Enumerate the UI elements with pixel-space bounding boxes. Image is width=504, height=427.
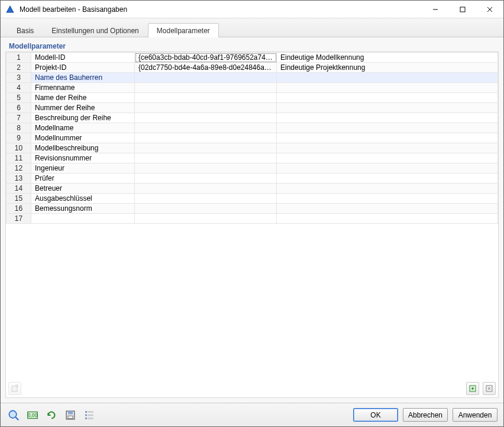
tab-einstellungen[interactable]: Einstellungen und Optionen [43,23,147,37]
table-row[interactable]: 16Bemessungsnorm [7,204,498,214]
close-button[interactable] [476,1,503,18]
param-key[interactable]: Name der Reihe [31,93,135,103]
export-button[interactable] [483,382,496,395]
row-number: 12 [7,163,31,174]
apply-button[interactable]: Anwenden [453,408,497,422]
table-row[interactable]: 1Modell-ID{ce60a3cb-bdab-40cd-9af1-97696… [7,53,498,63]
param-desc[interactable] [277,163,498,174]
param-value[interactable]: {02dc7750-bd4e-4a6a-89e8-d0e24846a130} [135,63,277,73]
param-key[interactable]: Revisionsnummer [31,153,135,163]
table-row[interactable]: 11Revisionsnummer [7,153,498,163]
table-row[interactable]: 10Modellbeschreibung [7,143,498,153]
param-value[interactable] [135,93,277,103]
svg-rect-14 [85,411,87,413]
table-row[interactable]: 17 [7,214,498,224]
add-row-button[interactable] [8,382,21,395]
param-desc[interactable] [277,143,498,153]
param-value[interactable] [135,184,277,194]
refresh-icon [45,409,58,422]
param-desc[interactable] [277,123,498,133]
table-row[interactable]: 13Prüfer [7,174,498,184]
refresh-button[interactable] [44,408,59,422]
table-row[interactable]: 5Name der Reihe [7,93,498,103]
param-key[interactable]: Bemessungsnorm [31,204,135,214]
table-row[interactable]: 9Modellnummer [7,133,498,143]
svg-text:0,00: 0,00 [28,412,37,418]
param-key[interactable]: Modell-ID [31,53,135,63]
save-button[interactable] [63,408,77,422]
table-row[interactable]: 8Modellname [7,123,498,133]
units-button[interactable]: 0,00 [25,408,40,422]
table-row[interactable]: 3Name des Bauherren [7,73,498,83]
param-value[interactable]: {ce60a3cb-bdab-40cd-9af1-9769652a74a4} [135,53,277,63]
param-key[interactable]: Ausgabeschlüssel [31,194,135,204]
param-value[interactable] [135,103,277,113]
param-desc[interactable] [277,73,498,83]
param-key[interactable] [31,214,135,224]
tab-basis[interactable]: Basis [8,23,43,37]
minimize-button[interactable] [422,1,449,18]
param-value[interactable] [135,113,277,123]
table-row[interactable]: 7Beschreibung der Reihe [7,113,498,123]
table-row[interactable]: 12Ingenieur [7,163,498,174]
param-desc[interactable] [277,83,498,93]
param-key[interactable]: Betreuer [31,184,135,194]
param-key[interactable]: Modellnummer [31,133,135,143]
param-key[interactable]: Projekt-ID [31,63,135,73]
param-desc[interactable] [277,184,498,194]
parameter-grid[interactable]: 1Modell-ID{ce60a3cb-bdab-40cd-9af1-97696… [6,52,498,224]
import-button[interactable] [466,382,479,395]
settings-button[interactable] [82,408,96,422]
param-value[interactable] [135,123,277,133]
param-value[interactable] [135,83,277,93]
maximize-button[interactable] [449,1,476,18]
table-row[interactable]: 14Betreuer [7,184,498,194]
param-value[interactable] [135,73,277,83]
param-desc[interactable]: Eindeutige Modellkennung [277,53,498,63]
parameter-grid-wrap: 1Modell-ID{ce60a3cb-bdab-40cd-9af1-97696… [5,52,499,398]
param-desc[interactable] [277,113,498,123]
param-value[interactable] [135,143,277,153]
param-desc[interactable] [277,194,498,204]
row-number: 10 [7,143,31,153]
param-desc[interactable] [277,153,498,163]
param-desc[interactable] [277,174,498,184]
param-desc[interactable] [277,103,498,113]
param-key[interactable]: Modellbeschreibung [31,143,135,153]
param-value[interactable] [135,163,277,174]
row-number: 15 [7,194,31,204]
help-button[interactable] [7,408,21,422]
table-row[interactable]: 4Firmenname [7,83,498,93]
param-desc[interactable] [277,93,498,103]
param-key[interactable]: Ingenieur [31,163,135,174]
window-title: Modell bearbeiten - Basisangaben [20,5,422,14]
param-value[interactable] [135,204,277,214]
param-desc[interactable] [277,214,498,224]
param-value[interactable] [135,174,277,184]
param-key[interactable]: Beschreibung der Reihe [31,113,135,123]
row-number: 16 [7,204,31,214]
param-value[interactable] [135,194,277,204]
svg-point-7 [9,410,16,418]
row-number: 8 [7,123,31,133]
param-key[interactable]: Firmenname [31,83,135,93]
param-key[interactable]: Modellname [31,123,135,133]
tab-modellparameter[interactable]: Modellparameter [148,23,219,37]
ok-button[interactable]: OK [353,408,398,422]
svg-line-8 [15,417,18,420]
param-key[interactable]: Nummer der Reihe [31,103,135,113]
param-value[interactable] [135,214,277,224]
param-desc[interactable] [277,204,498,214]
cancel-button[interactable]: Abbrechen [403,408,448,422]
table-row[interactable]: 2Projekt-ID{02dc7750-bd4e-4a6a-89e8-d0e2… [7,63,498,73]
param-desc[interactable]: Eindeutige Projektkennung [277,63,498,73]
param-desc[interactable] [277,133,498,143]
param-key[interactable]: Name des Bauherren [31,73,135,83]
table-row[interactable]: 15Ausgabeschlüssel [7,194,498,204]
tab-label: Basis [17,27,34,35]
param-key[interactable]: Prüfer [31,174,135,184]
table-row[interactable]: 6Nummer der Reihe [7,103,498,113]
save-icon [64,409,77,422]
param-value[interactable] [135,153,277,163]
param-value[interactable] [135,133,277,143]
